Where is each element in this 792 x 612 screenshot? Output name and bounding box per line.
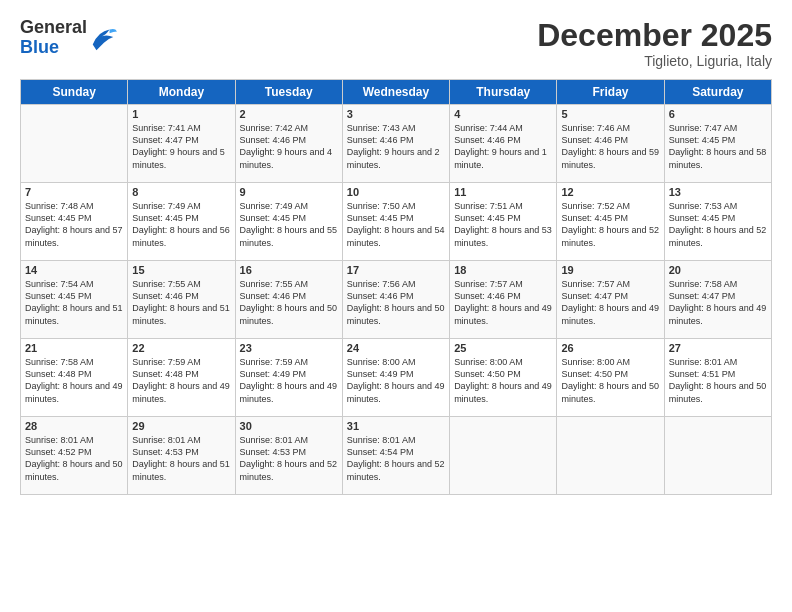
cell-details: Sunrise: 7:44 AMSunset: 4:46 PMDaylight:… — [454, 122, 552, 171]
cell-details: Sunrise: 7:59 AMSunset: 4:49 PMDaylight:… — [240, 356, 338, 405]
weekday-header-wednesday: Wednesday — [342, 80, 449, 105]
calendar-cell — [21, 105, 128, 183]
location-subtitle: Tiglieto, Liguria, Italy — [537, 53, 772, 69]
calendar-cell: 15Sunrise: 7:55 AMSunset: 4:46 PMDayligh… — [128, 261, 235, 339]
calendar-cell: 30Sunrise: 8:01 AMSunset: 4:53 PMDayligh… — [235, 417, 342, 495]
calendar-cell — [557, 417, 664, 495]
day-number: 13 — [669, 186, 767, 198]
day-number: 20 — [669, 264, 767, 276]
cell-details: Sunrise: 7:47 AMSunset: 4:45 PMDaylight:… — [669, 122, 767, 171]
day-number: 24 — [347, 342, 445, 354]
day-number: 26 — [561, 342, 659, 354]
calendar-cell: 25Sunrise: 8:00 AMSunset: 4:50 PMDayligh… — [450, 339, 557, 417]
calendar-cell: 17Sunrise: 7:56 AMSunset: 4:46 PMDayligh… — [342, 261, 449, 339]
calendar-cell: 28Sunrise: 8:01 AMSunset: 4:52 PMDayligh… — [21, 417, 128, 495]
day-number: 23 — [240, 342, 338, 354]
calendar-cell: 5Sunrise: 7:46 AMSunset: 4:46 PMDaylight… — [557, 105, 664, 183]
day-number: 8 — [132, 186, 230, 198]
cell-details: Sunrise: 7:48 AMSunset: 4:45 PMDaylight:… — [25, 200, 123, 249]
day-number: 9 — [240, 186, 338, 198]
cell-details: Sunrise: 7:49 AMSunset: 4:45 PMDaylight:… — [240, 200, 338, 249]
cell-details: Sunrise: 7:42 AMSunset: 4:46 PMDaylight:… — [240, 122, 338, 171]
cell-details: Sunrise: 7:55 AMSunset: 4:46 PMDaylight:… — [240, 278, 338, 327]
cell-details: Sunrise: 8:01 AMSunset: 4:54 PMDaylight:… — [347, 434, 445, 483]
calendar-cell: 8Sunrise: 7:49 AMSunset: 4:45 PMDaylight… — [128, 183, 235, 261]
cell-details: Sunrise: 7:51 AMSunset: 4:45 PMDaylight:… — [454, 200, 552, 249]
day-number: 17 — [347, 264, 445, 276]
day-number: 10 — [347, 186, 445, 198]
weekday-header-friday: Friday — [557, 80, 664, 105]
day-number: 7 — [25, 186, 123, 198]
cell-details: Sunrise: 7:56 AMSunset: 4:46 PMDaylight:… — [347, 278, 445, 327]
cell-details: Sunrise: 7:43 AMSunset: 4:46 PMDaylight:… — [347, 122, 445, 171]
calendar-cell: 27Sunrise: 8:01 AMSunset: 4:51 PMDayligh… — [664, 339, 771, 417]
header: General Blue December 2025 Tiglieto, Lig… — [20, 18, 772, 69]
weekday-header-monday: Monday — [128, 80, 235, 105]
cell-details: Sunrise: 7:57 AMSunset: 4:46 PMDaylight:… — [454, 278, 552, 327]
calendar-cell: 24Sunrise: 8:00 AMSunset: 4:49 PMDayligh… — [342, 339, 449, 417]
cell-details: Sunrise: 8:01 AMSunset: 4:51 PMDaylight:… — [669, 356, 767, 405]
calendar-cell: 23Sunrise: 7:59 AMSunset: 4:49 PMDayligh… — [235, 339, 342, 417]
day-number: 4 — [454, 108, 552, 120]
day-number: 25 — [454, 342, 552, 354]
day-number: 31 — [347, 420, 445, 432]
weekday-header-thursday: Thursday — [450, 80, 557, 105]
day-number: 30 — [240, 420, 338, 432]
cell-details: Sunrise: 7:58 AMSunset: 4:47 PMDaylight:… — [669, 278, 767, 327]
calendar-cell: 20Sunrise: 7:58 AMSunset: 4:47 PMDayligh… — [664, 261, 771, 339]
cell-details: Sunrise: 7:53 AMSunset: 4:45 PMDaylight:… — [669, 200, 767, 249]
cell-details: Sunrise: 7:57 AMSunset: 4:47 PMDaylight:… — [561, 278, 659, 327]
calendar-cell: 29Sunrise: 8:01 AMSunset: 4:53 PMDayligh… — [128, 417, 235, 495]
day-number: 11 — [454, 186, 552, 198]
week-row-3: 14Sunrise: 7:54 AMSunset: 4:45 PMDayligh… — [21, 261, 772, 339]
day-number: 12 — [561, 186, 659, 198]
week-row-4: 21Sunrise: 7:58 AMSunset: 4:48 PMDayligh… — [21, 339, 772, 417]
cell-details: Sunrise: 8:01 AMSunset: 4:53 PMDaylight:… — [132, 434, 230, 483]
day-number: 18 — [454, 264, 552, 276]
day-number: 5 — [561, 108, 659, 120]
month-title: December 2025 — [537, 18, 772, 53]
cell-details: Sunrise: 7:46 AMSunset: 4:46 PMDaylight:… — [561, 122, 659, 171]
logo-bird-icon — [89, 24, 117, 52]
week-row-1: 1Sunrise: 7:41 AMSunset: 4:47 PMDaylight… — [21, 105, 772, 183]
cell-details: Sunrise: 8:00 AMSunset: 4:50 PMDaylight:… — [454, 356, 552, 405]
calendar-cell — [450, 417, 557, 495]
cell-details: Sunrise: 7:59 AMSunset: 4:48 PMDaylight:… — [132, 356, 230, 405]
calendar-cell: 10Sunrise: 7:50 AMSunset: 4:45 PMDayligh… — [342, 183, 449, 261]
day-number: 1 — [132, 108, 230, 120]
day-number: 29 — [132, 420, 230, 432]
calendar-cell: 16Sunrise: 7:55 AMSunset: 4:46 PMDayligh… — [235, 261, 342, 339]
cell-details: Sunrise: 7:52 AMSunset: 4:45 PMDaylight:… — [561, 200, 659, 249]
calendar-cell: 1Sunrise: 7:41 AMSunset: 4:47 PMDaylight… — [128, 105, 235, 183]
cell-details: Sunrise: 7:58 AMSunset: 4:48 PMDaylight:… — [25, 356, 123, 405]
day-number: 6 — [669, 108, 767, 120]
cell-details: Sunrise: 7:55 AMSunset: 4:46 PMDaylight:… — [132, 278, 230, 327]
cell-details: Sunrise: 8:00 AMSunset: 4:50 PMDaylight:… — [561, 356, 659, 405]
week-row-2: 7Sunrise: 7:48 AMSunset: 4:45 PMDaylight… — [21, 183, 772, 261]
day-number: 2 — [240, 108, 338, 120]
calendar-cell: 3Sunrise: 7:43 AMSunset: 4:46 PMDaylight… — [342, 105, 449, 183]
logo-general: General — [20, 18, 87, 38]
calendar-cell: 4Sunrise: 7:44 AMSunset: 4:46 PMDaylight… — [450, 105, 557, 183]
calendar-cell: 6Sunrise: 7:47 AMSunset: 4:45 PMDaylight… — [664, 105, 771, 183]
cell-details: Sunrise: 8:01 AMSunset: 4:53 PMDaylight:… — [240, 434, 338, 483]
day-number: 15 — [132, 264, 230, 276]
calendar-table: SundayMondayTuesdayWednesdayThursdayFrid… — [20, 79, 772, 495]
day-number: 22 — [132, 342, 230, 354]
week-row-5: 28Sunrise: 8:01 AMSunset: 4:52 PMDayligh… — [21, 417, 772, 495]
calendar-cell: 18Sunrise: 7:57 AMSunset: 4:46 PMDayligh… — [450, 261, 557, 339]
cell-details: Sunrise: 8:01 AMSunset: 4:52 PMDaylight:… — [25, 434, 123, 483]
cell-details: Sunrise: 8:00 AMSunset: 4:49 PMDaylight:… — [347, 356, 445, 405]
weekday-header-tuesday: Tuesday — [235, 80, 342, 105]
calendar-cell: 2Sunrise: 7:42 AMSunset: 4:46 PMDaylight… — [235, 105, 342, 183]
day-number: 3 — [347, 108, 445, 120]
cell-details: Sunrise: 7:50 AMSunset: 4:45 PMDaylight:… — [347, 200, 445, 249]
calendar-cell: 22Sunrise: 7:59 AMSunset: 4:48 PMDayligh… — [128, 339, 235, 417]
page: General Blue December 2025 Tiglieto, Lig… — [0, 0, 792, 612]
calendar-cell: 21Sunrise: 7:58 AMSunset: 4:48 PMDayligh… — [21, 339, 128, 417]
calendar-cell: 12Sunrise: 7:52 AMSunset: 4:45 PMDayligh… — [557, 183, 664, 261]
cell-details: Sunrise: 7:54 AMSunset: 4:45 PMDaylight:… — [25, 278, 123, 327]
day-number: 19 — [561, 264, 659, 276]
day-number: 14 — [25, 264, 123, 276]
logo: General Blue — [20, 18, 117, 58]
